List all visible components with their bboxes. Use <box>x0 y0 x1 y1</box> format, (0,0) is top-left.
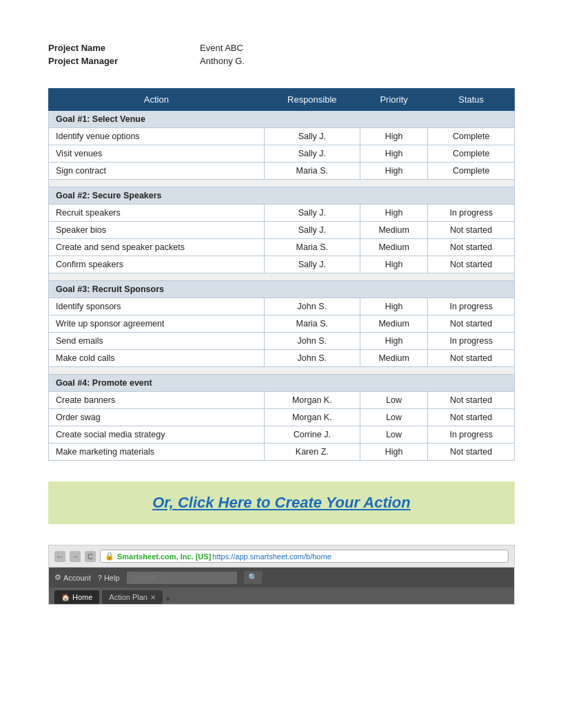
cell-responsible: Karen Z. <box>264 444 360 461</box>
table-row: Visit venuesSally J.HighComplete <box>49 145 515 163</box>
col-header-responsible: Responsible <box>264 89 360 111</box>
cell-status: Not started <box>428 239 515 256</box>
nav-forward-button[interactable]: → <box>70 551 81 562</box>
address-bar[interactable]: 🔒 Smartsheet.com, Inc. [US] https://app.… <box>100 550 509 563</box>
cell-priority: Medium <box>360 350 427 367</box>
lock-icon: 🔒 <box>105 552 114 561</box>
cell-status: In progress <box>428 333 515 350</box>
table-row: Make marketing materialsKaren Z.HighNot … <box>49 444 515 461</box>
cell-responsible: Maria S. <box>264 315 360 333</box>
cell-priority: High <box>360 333 427 350</box>
cell-status: Not started <box>428 222 515 239</box>
cell-priority: Low <box>360 409 427 426</box>
table-row: Order swagMorgan K.LowNot started <box>49 409 515 426</box>
tab-home-label: Home <box>72 593 92 601</box>
cell-status: Not started <box>428 444 515 461</box>
browser-search-input[interactable] <box>127 572 237 584</box>
goal-title-3: Goal #3: Recruit Sponsors <box>49 281 515 298</box>
project-name-label: Project Name <box>48 41 186 54</box>
browser-search-button[interactable]: 🔍 <box>244 571 262 584</box>
cell-priority: Medium <box>360 222 427 239</box>
table-row: Confirm speakersSally J.HighNot started <box>49 256 515 273</box>
browser-tabs: 🏠 Home Action Plan ✕ + <box>49 587 514 604</box>
table-row: Identify venue optionsSally J.HighComple… <box>49 128 515 145</box>
cta-section[interactable]: Or, Click Here to Create Your Action <box>48 481 515 524</box>
table-row: Recruit speakersSally J.HighIn progress <box>49 205 515 222</box>
action-plan-table: Action Responsible Priority Status Goal … <box>48 88 515 461</box>
cell-status: In progress <box>428 426 515 444</box>
cell-action: Create social media strategy <box>49 426 265 444</box>
cell-priority: High <box>360 145 427 163</box>
table-row: Create bannersMorgan K.LowNot started <box>49 392 515 409</box>
help-label: Help <box>104 574 120 582</box>
goal-row-3: Goal #3: Recruit Sponsors <box>49 281 515 298</box>
goal-title-4: Goal #4: Promote event <box>49 375 515 392</box>
tab-home[interactable]: 🏠 Home <box>54 590 99 604</box>
cell-priority: High <box>360 298 427 315</box>
col-header-priority: Priority <box>360 89 427 111</box>
browser-mock: ← → C 🔒 Smartsheet.com, Inc. [US] https:… <box>48 545 515 605</box>
cell-action: Order swag <box>49 409 265 426</box>
table-row: Create and send speaker packetsMaria S.M… <box>49 239 515 256</box>
project-name-value: Event ABC <box>186 41 245 54</box>
cell-status: Not started <box>428 350 515 367</box>
cell-action: Identify venue options <box>49 128 265 145</box>
cell-responsible: John S. <box>264 333 360 350</box>
account-label: Account <box>63 574 91 582</box>
table-row: Send emailsJohn S.HighIn progress <box>49 333 515 350</box>
goal-row-1: Goal #1: Select Venue <box>49 111 515 128</box>
table-row: Write up sponsor agreementMaria S.Medium… <box>49 315 515 333</box>
cell-priority: Low <box>360 392 427 409</box>
project-manager-label: Project Manager <box>48 54 186 67</box>
cell-action: Visit venues <box>49 145 265 163</box>
nav-back-button[interactable]: ← <box>54 551 65 562</box>
help-icon: ? <box>98 574 102 582</box>
tab-action-plan[interactable]: Action Plan ✕ <box>102 590 163 604</box>
cell-status: Not started <box>428 409 515 426</box>
project-info: Project Name Event ABC Project Manager A… <box>48 41 515 67</box>
col-header-action: Action <box>49 89 265 111</box>
goal-row-4: Goal #4: Promote event <box>49 375 515 392</box>
toolbar-account[interactable]: ⚙ Account <box>54 573 91 582</box>
browser-nav-bar: ← → C 🔒 Smartsheet.com, Inc. [US] https:… <box>49 545 514 568</box>
cell-action: Write up sponsor agreement <box>49 315 265 333</box>
cell-action: Sign contract <box>49 163 265 180</box>
toolbar-help[interactable]: ? Help <box>98 574 120 582</box>
cta-link[interactable]: Or, Click Here to Create Your Action <box>152 494 411 511</box>
col-header-status: Status <box>428 89 515 111</box>
cell-responsible: Sally J. <box>264 205 360 222</box>
table-row: Make cold callsJohn S.MediumNot started <box>49 350 515 367</box>
table-row: Identify sponsorsJohn S.HighIn progress <box>49 298 515 315</box>
cell-responsible: John S. <box>264 298 360 315</box>
cell-action: Speaker bios <box>49 222 265 239</box>
home-icon: 🏠 <box>61 594 70 601</box>
cell-action: Confirm speakers <box>49 256 265 273</box>
cell-action: Create banners <box>49 392 265 409</box>
tab-close-icon[interactable]: ✕ <box>150 594 156 601</box>
cell-responsible: Sally J. <box>264 222 360 239</box>
goal-title-1: Goal #1: Select Venue <box>49 111 515 128</box>
cell-priority: Low <box>360 426 427 444</box>
goal-title-2: Goal #2: Secure Speakers <box>49 187 515 205</box>
cell-responsible: Morgan K. <box>264 409 360 426</box>
table-row: Speaker biosSally J.MediumNot started <box>49 222 515 239</box>
cell-responsible: Morgan K. <box>264 392 360 409</box>
nav-refresh-button[interactable]: C <box>85 551 96 562</box>
table-row: Sign contractMaria S.HighComplete <box>49 163 515 180</box>
cell-priority: High <box>360 128 427 145</box>
cell-action: Recruit speakers <box>49 205 265 222</box>
cell-status: Not started <box>428 392 515 409</box>
cell-responsible: Sally J. <box>264 145 360 163</box>
cell-status: Complete <box>428 163 515 180</box>
cell-priority: High <box>360 444 427 461</box>
cell-status: Not started <box>428 315 515 333</box>
cell-status: Complete <box>428 128 515 145</box>
url-text: https://app.smartsheet.com/b/home <box>212 552 331 561</box>
spacer-row <box>49 180 515 187</box>
cell-action: Make marketing materials <box>49 444 265 461</box>
tab-action-plan-label: Action Plan <box>109 593 147 601</box>
table-row: Create social media strategyCorrine J.Lo… <box>49 426 515 444</box>
cell-responsible: Sally J. <box>264 128 360 145</box>
tab-add-button[interactable]: + <box>165 594 171 604</box>
cell-action: Make cold calls <box>49 350 265 367</box>
